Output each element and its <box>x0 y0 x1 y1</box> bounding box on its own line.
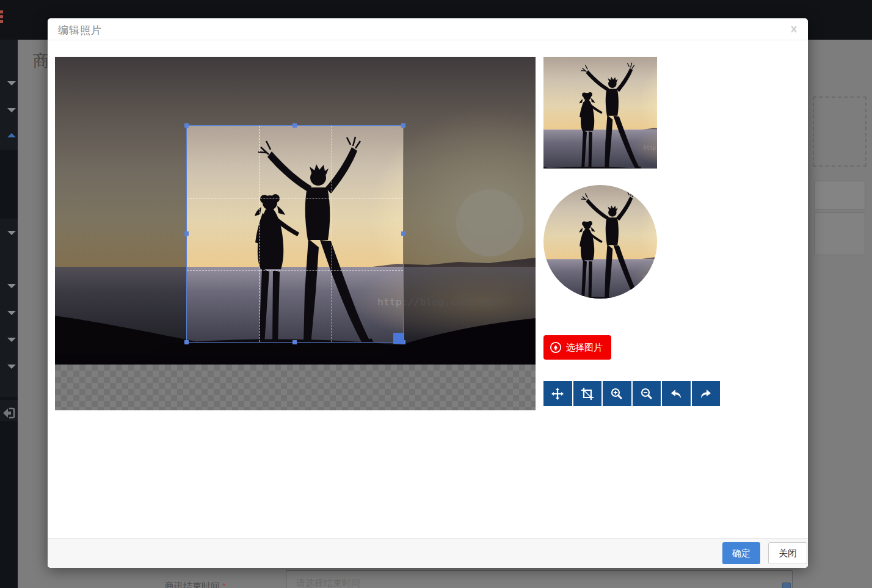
logo-icon <box>0 10 3 24</box>
crop-resize-handle[interactable] <box>393 333 404 344</box>
chevron-down-icon[interactable] <box>7 108 16 112</box>
app-sidebar <box>0 40 18 588</box>
chevron-down-icon[interactable] <box>7 311 16 315</box>
redo-icon <box>699 387 713 401</box>
chevron-up-icon[interactable] <box>7 133 16 137</box>
chevron-down-icon[interactable] <box>7 231 16 235</box>
calendar-icon[interactable] <box>782 583 791 588</box>
zoom-out-icon <box>640 387 653 401</box>
end-time-input[interactable] <box>286 570 793 588</box>
dialog-footer: 确定 关闭 <box>48 538 808 568</box>
select-image-button[interactable]: 选择图片 <box>543 335 611 360</box>
sidebar-section <box>0 219 18 397</box>
thirds-gridline <box>187 198 403 198</box>
crop-tool-button[interactable] <box>573 381 603 406</box>
crop-handle[interactable] <box>401 123 405 128</box>
chevron-down-icon[interactable] <box>7 365 16 369</box>
close-button[interactable]: 关闭 <box>768 542 807 564</box>
crop-handle[interactable] <box>292 340 297 344</box>
crop-handle[interactable] <box>184 231 189 236</box>
dialog-header: 编辑照片 X <box>48 18 808 40</box>
upload-dropzone[interactable] <box>813 96 867 167</box>
square-preview <box>543 57 657 169</box>
thirds-gridline <box>187 270 403 271</box>
required-asterisk: * <box>222 581 226 588</box>
photo-editor-canvas[interactable] <box>55 57 536 410</box>
zoom-in-tool-button[interactable] <box>603 381 633 406</box>
redo-tool-button[interactable] <box>692 381 721 406</box>
crop-handle[interactable] <box>401 231 405 236</box>
crop-icon <box>581 387 594 401</box>
editor-toolbar <box>543 381 720 406</box>
undo-tool-button[interactable] <box>662 381 692 406</box>
move-icon <box>551 387 564 401</box>
transparency-checkerboard <box>55 365 536 410</box>
circle-preview <box>543 185 657 299</box>
thirds-gridline <box>259 126 260 342</box>
undo-icon <box>669 387 683 401</box>
end-time-label: 商讯结束时间* <box>165 581 226 588</box>
thirds-gridline <box>332 126 332 342</box>
crop-handle[interactable] <box>184 123 189 128</box>
chevron-down-icon[interactable] <box>7 338 16 342</box>
move-tool-button[interactable] <box>543 381 573 406</box>
background-panel <box>814 181 865 209</box>
zoom-out-tool-button[interactable] <box>633 381 663 406</box>
crop-handle[interactable] <box>292 123 297 128</box>
crop-handle[interactable] <box>184 340 189 344</box>
upload-circle-icon <box>550 341 562 354</box>
edit-photo-dialog: 编辑照片 X 选择图片 <box>48 18 808 568</box>
confirm-button[interactable]: 确定 <box>722 542 760 564</box>
zoom-in-icon <box>610 387 623 401</box>
chevron-down-icon[interactable] <box>7 284 16 288</box>
background-panel <box>814 212 865 255</box>
crop-selection[interactable] <box>186 125 404 343</box>
logout-icon[interactable] <box>2 406 15 423</box>
dialog-title: 编辑照片 <box>58 23 102 37</box>
chevron-down-icon[interactable] <box>7 81 16 85</box>
close-icon[interactable]: X <box>791 24 797 34</box>
